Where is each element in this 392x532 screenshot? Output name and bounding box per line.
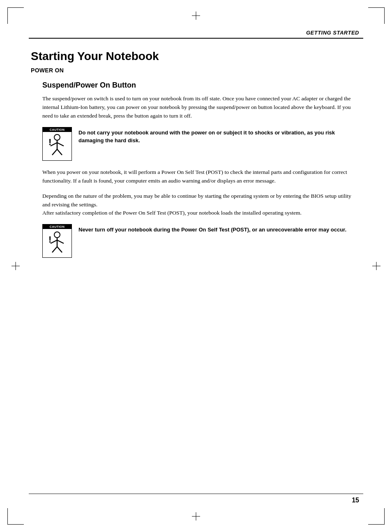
page-title: Starting Your Notebook bbox=[31, 50, 361, 63]
section-heading: POWER ON bbox=[31, 67, 361, 74]
intro-paragraph: The suspend/power on switch is used to t… bbox=[42, 95, 357, 120]
subsection-heading: Suspend/Power On Button bbox=[42, 81, 361, 90]
caution-symbol-1: ! bbox=[46, 132, 68, 160]
caution-svg-1: ! bbox=[46, 134, 68, 158]
footer-rule bbox=[29, 493, 363, 494]
svg-line-11 bbox=[52, 247, 57, 252]
crosshair-top bbox=[192, 12, 200, 20]
paragraph-3: Depending on the nature of the problem, … bbox=[42, 192, 357, 218]
svg-point-0 bbox=[54, 134, 60, 140]
main-content: Starting Your Notebook POWER ON Suspend/… bbox=[31, 43, 361, 487]
caution-svg-2: ! bbox=[46, 231, 68, 256]
header-title: GETTING STARTED bbox=[306, 30, 359, 36]
svg-line-3 bbox=[57, 143, 64, 146]
svg-line-12 bbox=[57, 247, 62, 252]
caution-text-1: Do not carry your notebook around with t… bbox=[78, 129, 357, 145]
svg-line-5 bbox=[57, 149, 62, 155]
caution-icon-2: CAUTION ! bbox=[42, 224, 72, 258]
crosshair-left bbox=[12, 262, 20, 270]
svg-point-7 bbox=[54, 232, 60, 238]
svg-line-4 bbox=[52, 149, 57, 155]
svg-text:!: ! bbox=[48, 137, 51, 147]
caution-block-1: CAUTION ! bbox=[42, 127, 357, 161]
caution-text-2: Never turn off your notebook during the … bbox=[78, 226, 346, 234]
crosshair-bottom bbox=[192, 512, 200, 520]
caution-text-strong-1: Do not carry your notebook around with t… bbox=[78, 130, 335, 144]
page: GETTING STARTED 15 Starting Your Noteboo… bbox=[0, 0, 392, 532]
paragraph-2: When you power on your notebook, it will… bbox=[42, 168, 357, 185]
svg-line-10 bbox=[57, 240, 64, 243]
header-rule bbox=[29, 38, 363, 39]
caution-symbol-2: ! bbox=[46, 229, 68, 257]
svg-text:!: ! bbox=[48, 234, 51, 245]
corner-mark-top-right bbox=[368, 7, 385, 24]
caution-text-strong-2: Never turn off your notebook during the … bbox=[78, 227, 346, 233]
corner-mark-top-left bbox=[7, 7, 24, 24]
footer-page-number: 15 bbox=[352, 497, 359, 504]
caution-label-2: CAUTION bbox=[43, 224, 71, 229]
svg-line-2 bbox=[51, 143, 57, 146]
caution-block-2: CAUTION ! bbox=[42, 224, 357, 258]
svg-line-9 bbox=[51, 240, 57, 243]
corner-mark-bottom-left bbox=[7, 508, 24, 525]
corner-mark-bottom-right bbox=[368, 508, 385, 525]
crosshair-right bbox=[372, 262, 380, 270]
caution-label-1: CAUTION bbox=[43, 127, 71, 132]
caution-icon-1: CAUTION ! bbox=[42, 127, 72, 161]
